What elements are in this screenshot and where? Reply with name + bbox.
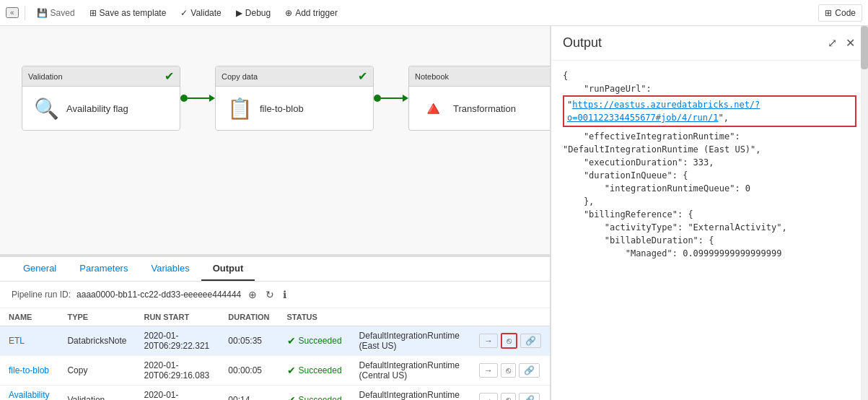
- cell-run-start-2: 2020-01-20T06:29:00.514: [135, 386, 219, 401]
- json-line-irqueue: "integrationRuntimeQueue": 0: [563, 182, 856, 195]
- json-line-billableduration: "billableDuration": {: [563, 234, 856, 247]
- run-table-container[interactable]: NAME TYPE RUN START DURATION STATUS ETL …: [0, 308, 550, 400]
- bottom-panel: General Parameters Variables Output Pipe…: [0, 256, 550, 400]
- cell-run-start-0: 2020-01-20T06:29:22.321: [135, 326, 219, 356]
- validate-icon: ✓: [180, 8, 188, 18]
- pipeline-nodes: Validation ✔ 🔍 Availability flag Copy da…: [22, 66, 551, 131]
- output-scrollbar-thumb[interactable]: [861, 26, 868, 69]
- pipeline-node-validation[interactable]: Validation ✔ 🔍 Availability flag: [22, 66, 180, 131]
- pipeline-node-notebook[interactable]: Notebook ✔ 🔺 Transformation: [408, 66, 551, 131]
- tab-variables[interactable]: Variables: [139, 257, 201, 281]
- code-button[interactable]: ⊞ Code: [818, 4, 862, 22]
- cell-name-0: ETL: [0, 326, 58, 356]
- add-trigger-icon: ⊕: [285, 8, 292, 18]
- add-trigger-button[interactable]: ⊕ Add trigger: [279, 5, 343, 21]
- input-btn-1[interactable]: →: [479, 363, 498, 378]
- link-btn-1[interactable]: 🔗: [519, 363, 540, 378]
- debug-button[interactable]: ▶ Debug: [230, 5, 276, 21]
- node-icon-copy: 📋: [227, 97, 253, 121]
- link-btn-2[interactable]: 🔗: [519, 393, 540, 400]
- add-trigger-label: Add trigger: [295, 8, 338, 18]
- cell-runtime-1: DefaultIntegrationRuntime (Central US): [351, 356, 470, 386]
- tab-general[interactable]: General: [12, 257, 68, 281]
- output-header: Output ⤢ ✕: [551, 26, 868, 61]
- json-line-close1: },: [563, 195, 856, 208]
- cell-status-0: ✔Succeeded: [279, 326, 351, 356]
- node-header-validation: Validation ✔: [22, 66, 180, 87]
- node-label-transformation: Transformation: [453, 103, 516, 114]
- output-btn-2[interactable]: ⎋: [501, 393, 516, 400]
- table-row[interactable]: file-to-blob Copy 2020-01-20T06:29:16.08…: [0, 356, 550, 386]
- validate-button[interactable]: ✓ Validate: [175, 5, 227, 21]
- node-type-validation: Validation: [28, 72, 63, 81]
- canvas-area[interactable]: Validation ✔ 🔍 Availability flag Copy da…: [0, 26, 551, 400]
- info-run-btn[interactable]: ℹ: [281, 287, 288, 302]
- node-label-availability: Availability flag: [66, 103, 128, 114]
- row-name-link-2[interactable]: Availability flag: [9, 390, 49, 400]
- validate-label: Validate: [190, 8, 221, 18]
- saved-icon: 💾: [37, 8, 48, 18]
- close-output-btn[interactable]: ✕: [844, 35, 856, 51]
- input-btn-0[interactable]: →: [479, 334, 498, 348]
- run-info: Pipeline run ID: aaaa0000-bb11-cc22-dd33…: [0, 282, 550, 308]
- action-btns-2: → ⎋ 🔗: [479, 393, 541, 400]
- divider1: [25, 6, 25, 20]
- save-as-template-button[interactable]: ⊞ Save as template: [84, 5, 172, 21]
- debug-icon: ▶: [236, 8, 242, 18]
- node-body-notebook: 🔺 Transformation: [409, 87, 551, 130]
- expand-output-btn[interactable]: ⤢: [826, 35, 838, 51]
- nav-chevron[interactable]: «: [6, 7, 19, 18]
- json-line-managed: "Managed": 0.09999999999999999: [563, 247, 856, 260]
- tab-parameters[interactable]: Parameters: [68, 257, 139, 281]
- table-row[interactable]: ETL DatabricksNote 2020-01-20T06:29:22.3…: [0, 326, 550, 356]
- output-scrollbar-track[interactable]: [861, 26, 868, 400]
- run-page-url-highlight: "https://eastus.azuredatabricks.net/?o=0…: [563, 95, 856, 127]
- connector-arrow-2: [403, 95, 408, 102]
- cell-status-2: ✔Succeeded: [279, 386, 351, 401]
- pipeline-node-copy[interactable]: Copy data ✔ 📋 file-to-blob: [215, 66, 374, 131]
- tab-output[interactable]: Output: [201, 257, 255, 281]
- node-label-file-to-blob: file-to-blob: [260, 103, 304, 114]
- cell-runtime-2: DefaultIntegrationRuntime (East US): [351, 386, 470, 401]
- save-as-template-label: Save as template: [100, 8, 167, 18]
- pipeline-run-label: Pipeline run ID:: [12, 290, 71, 300]
- json-line-1: {: [563, 69, 856, 82]
- debug-label: Debug: [245, 8, 271, 18]
- link-btn-0[interactable]: 🔗: [520, 334, 541, 348]
- run-page-url-link[interactable]: https://eastus.azuredatabricks.net/?o=00…: [567, 100, 760, 123]
- run-table: NAME TYPE RUN START DURATION STATUS ETL …: [0, 308, 550, 400]
- connector-1-2: [180, 95, 215, 102]
- row-name-link-0[interactable]: ETL: [9, 336, 25, 346]
- pipeline-run-id: aaaa0000-bb11-cc22-dd33-eeeeee444444: [76, 290, 241, 300]
- table-header-row: NAME TYPE RUN START DURATION STATUS: [0, 308, 550, 326]
- output-panel: Output ⤢ ✕ { "runPageUrl": "https://east…: [551, 26, 868, 400]
- json-line-activitytype: "activityType": "ExternalActivity",: [563, 221, 856, 234]
- saved-label: Saved: [51, 8, 75, 18]
- cell-actions-2: → ⎋ 🔗: [470, 386, 550, 401]
- node-icon-validation: 🔍: [34, 97, 59, 121]
- col-run-start: RUN START: [135, 308, 219, 326]
- cell-duration-0: 00:05:35: [219, 326, 278, 356]
- refresh-run-btn[interactable]: ↻: [264, 287, 276, 302]
- output-btn-0[interactable]: ⎋: [501, 333, 517, 349]
- col-duration: DURATION: [219, 308, 278, 326]
- cell-actions-0: → ⎋ 🔗: [470, 326, 550, 356]
- output-btn-1[interactable]: ⎋: [501, 363, 516, 378]
- node-header-notebook: Notebook ✔: [409, 66, 551, 87]
- saved-button[interactable]: 💾 Saved: [31, 5, 81, 21]
- cell-run-start-1: 2020-01-20T06:29:16.083: [135, 356, 219, 386]
- table-row[interactable]: Availability flag Validation 2020-01-20T…: [0, 386, 550, 401]
- node-body-copy: 📋 file-to-blob: [216, 87, 373, 130]
- connector-line-1: [188, 97, 209, 99]
- connector-line-2: [381, 97, 403, 99]
- node-body-validation: 🔍 Availability flag: [22, 87, 180, 130]
- copy-run-id-btn[interactable]: ⊕: [247, 287, 258, 302]
- input-btn-2[interactable]: →: [479, 393, 498, 400]
- cell-duration-1: 00:00:05: [219, 356, 278, 386]
- code-icon: ⊞: [825, 8, 832, 18]
- output-title: Output: [563, 35, 602, 51]
- row-name-link-1[interactable]: file-to-blob: [9, 365, 49, 375]
- cell-type-1: Copy: [58, 356, 135, 386]
- connector-2-3: [374, 95, 408, 102]
- output-body[interactable]: { "runPageUrl": "https://eastus.azuredat…: [551, 61, 868, 400]
